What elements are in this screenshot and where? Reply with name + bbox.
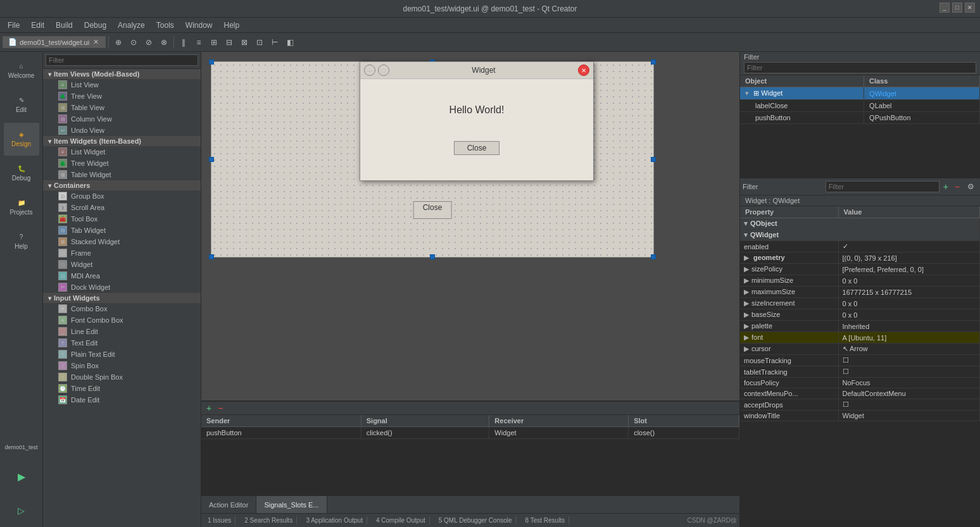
preview-minimize-btn[interactable]: — <box>364 65 375 76</box>
category-item-views[interactable]: Item Views (Model-Based) <box>43 69 201 79</box>
minimize-btn[interactable]: _ <box>939 3 950 13</box>
widget-tree-widget[interactable]: 🌲 Tree Widget <box>43 158 201 169</box>
tab-action-editor[interactable]: Action Editor <box>201 496 256 513</box>
tab-signals-slots[interactable]: Signals_Slots E... <box>256 496 327 513</box>
handle-bm[interactable] <box>430 254 435 259</box>
close-btn[interactable]: ✕ <box>965 3 975 13</box>
widget-time-edit[interactable]: 🕐 Time Edit <box>43 383 201 394</box>
toolbar-btn-7[interactable]: ⊞ <box>207 35 221 49</box>
prop-row-contextmenu[interactable]: contextMenuPo... DefaultContextMenu <box>740 388 980 399</box>
toolbar-btn-6[interactable]: ≡ <box>192 35 206 49</box>
toolbar-btn-12[interactable]: ◧ <box>283 35 297 49</box>
sidebar-design[interactable]: ◈ Design <box>4 123 39 156</box>
toolbar-btn-9[interactable]: ⊠ <box>237 35 251 49</box>
tab-widget-ui[interactable]: 📄 demo01_test/widget.ui ✕ <box>3 36 106 48</box>
connection-row[interactable]: pushButton clicked() Widget close() <box>201 427 739 439</box>
category-containers[interactable]: Containers <box>43 180 201 190</box>
widget-date-edit[interactable]: 📅 Date Edit <box>43 394 201 406</box>
menu-build[interactable]: Build <box>51 20 78 31</box>
sidebar-help[interactable]: ? Help <box>4 225 39 258</box>
status-test[interactable]: 8 Test Results <box>522 516 570 524</box>
status-issues[interactable]: 1 Issues <box>204 516 236 524</box>
widget-text-edit[interactable]: T Text Edit <box>43 337 201 349</box>
sidebar-debug[interactable]: 🐛 Debug <box>4 157 39 190</box>
menu-window[interactable]: Window <box>180 20 218 31</box>
toolbar-btn-5[interactable]: ‖ <box>177 35 191 49</box>
status-search[interactable]: 2 Search Results <box>241 516 297 524</box>
prop-row-focuspolicy[interactable]: focusPolicy NoFocus <box>740 378 980 388</box>
widget-widget[interactable]: □ Widget <box>43 259 201 270</box>
toolbar-btn-8[interactable]: ⊟ <box>222 35 236 49</box>
prop-cat-qobject[interactable]: ▾QObject <box>740 218 980 230</box>
sidebar-run[interactable]: ▶ <box>4 460 39 493</box>
prop-row-font[interactable]: ▶font A [Ubuntu, 11] <box>740 332 980 344</box>
widget-list-widget[interactable]: ≡ List Widget <box>43 146 201 158</box>
handle-ml[interactable] <box>209 157 214 162</box>
widget-stacked-widget[interactable]: ⊠ Stacked Widget <box>43 236 201 247</box>
toolbar-btn-2[interactable]: ⊙ <box>127 35 141 49</box>
prop-filter-input[interactable] <box>826 181 939 192</box>
status-app-output[interactable]: 3 Application Output <box>302 516 367 524</box>
add-connection-btn[interactable]: + <box>204 403 214 413</box>
obj-filter-input[interactable] <box>744 62 976 73</box>
category-input-widgets[interactable]: Input Widgets <box>43 293 201 303</box>
preview-close-button[interactable]: Close <box>454 141 500 155</box>
widget-plain-text-edit[interactable]: T Plain Text Edit <box>43 349 201 360</box>
canvas-close-btn[interactable]: Close <box>413 201 452 219</box>
menu-help[interactable]: Help <box>219 20 245 31</box>
widget-double-spin-box[interactable]: ↕ Double Spin Box <box>43 371 201 383</box>
obj-row-widget[interactable]: ▾ ⊞ Widget QWidget <box>740 87 980 100</box>
widget-scroll-area[interactable]: ↕ Scroll Area <box>43 202 201 213</box>
widget-line-edit[interactable]: _ Line Edit <box>43 326 201 337</box>
widget-group-box[interactable]: □ Group Box <box>43 190 201 202</box>
prop-row-sizepolicy[interactable]: ▶sizePolicy [Preferred, Preferred, 0, 0] <box>740 264 980 275</box>
prop-row-maximumsize[interactable]: ▶maximumSize 16777215 x 16777215 <box>740 287 980 298</box>
widget-font-combo-box[interactable]: A Font Combo Box <box>43 314 201 326</box>
status-qml-debug[interactable]: 5 QML Debugger Console <box>435 516 517 524</box>
toolbar-btn-11[interactable]: ⊢ <box>268 35 282 49</box>
prop-row-acceptdrops[interactable]: acceptDrops ☐ <box>740 399 980 411</box>
menu-analyze[interactable]: Analyze <box>113 20 150 31</box>
widget-column-view[interactable]: ⊟ Column View <box>43 113 201 125</box>
widget-tree-view[interactable]: 🌲 Tree View <box>43 90 201 102</box>
obj-row-labelclose[interactable]: labelClose QLabel <box>740 100 980 112</box>
handle-bl[interactable] <box>209 254 214 259</box>
maximize-btn[interactable]: □ <box>952 3 962 13</box>
prop-row-cursor[interactable]: ▶cursor ↖ Arrow <box>740 344 980 355</box>
menu-file[interactable]: File <box>3 20 25 31</box>
handle-mr[interactable] <box>651 157 656 162</box>
prop-row-windowtitle[interactable]: windowTitle Widget <box>740 411 980 421</box>
toolbar-btn-4[interactable]: ⊗ <box>157 35 171 49</box>
prop-remove-btn[interactable]: − <box>952 182 962 192</box>
tab-close-btn[interactable]: ✕ <box>92 38 100 46</box>
widget-tab-widget[interactable]: ⊟ Tab Widget <box>43 225 201 236</box>
widget-list-view[interactable]: ≡ List View <box>43 79 201 90</box>
prop-row-palette[interactable]: ▶palette Inherited <box>740 321 980 332</box>
prop-row-minimumsize[interactable]: ▶minimumSize 0 x 0 <box>740 275 980 287</box>
widget-tool-box[interactable]: 🧰 Tool Box <box>43 213 201 225</box>
handle-tl[interactable] <box>209 59 214 65</box>
prop-settings-btn[interactable]: ⚙ <box>964 180 977 194</box>
widget-dock-widget[interactable]: ⊢ Dock Widget <box>43 282 201 293</box>
prop-row-geometry[interactable]: ▶ geometry [(0, 0), 379 x 216] <box>740 252 980 264</box>
category-item-widgets[interactable]: Item Widgets (Item-Based) <box>43 136 201 146</box>
sidebar-debug-run[interactable]: ▷ <box>4 494 39 527</box>
status-compile[interactable]: 4 Compile Output <box>372 516 430 524</box>
prop-row-enabled[interactable]: enabled ✓ <box>740 241 980 252</box>
widget-undo-view[interactable]: ↩ Undo View <box>43 125 201 136</box>
preview-maximize-btn[interactable]: □ <box>378 65 389 76</box>
prop-add-btn[interactable]: + <box>941 182 951 192</box>
widget-combo-box[interactable]: ▼ Combo Box <box>43 303 201 314</box>
preview-close-btn[interactable]: ✕ <box>578 65 589 76</box>
widget-filter-input[interactable] <box>46 54 198 66</box>
toolbar-btn-1[interactable]: ⊕ <box>111 35 125 49</box>
menu-tools[interactable]: Tools <box>151 20 179 31</box>
prop-cat-qwidget[interactable]: ▾QWidget <box>740 230 980 241</box>
prop-row-basesize[interactable]: ▶baseSize 0 x 0 <box>740 309 980 321</box>
handle-br[interactable] <box>651 254 656 259</box>
sidebar-projects[interactable]: 📁 Projects <box>4 191 39 224</box>
handle-tr[interactable] <box>651 59 656 65</box>
toolbar-btn-10[interactable]: ⊡ <box>253 35 267 49</box>
prop-row-tablettracking[interactable]: tabletTracking ☐ <box>740 366 980 378</box>
menu-debug[interactable]: Debug <box>79 20 111 31</box>
